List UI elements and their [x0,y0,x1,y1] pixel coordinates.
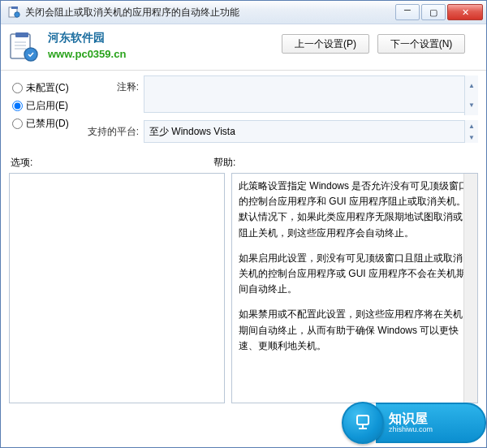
options-section-label: 选项: [11,156,213,170]
watermark-site-name: 河东软件园 [48,31,126,45]
header-bar: 河东软件园 www.pc0359.cn 上一个设置(P) 下一个设置(N) [1,24,486,71]
radio-unconfigured-label: 未配置(C) [26,81,69,95]
content-area: 未配置(C) 已启用(E) 已禁用(D) 注释: ▲▼ [1,71,486,448]
radio-disabled-label: 已禁用(D) [26,117,69,131]
help-scrollbar[interactable] [463,174,477,403]
window-title: 关闭会阻止或取消关机的应用程序的自动终止功能 [25,6,395,19]
close-button[interactable]: ✕ [447,4,483,20]
options-panel[interactable] [9,173,225,403]
platform-label: 支持的平台: [82,120,144,139]
radio-enabled-input[interactable] [12,101,23,111]
help-paragraph: 如果禁用或不配置此设置，则这些应用程序将在关机期间自动终止，从而有助于确保 Wi… [239,307,471,354]
comment-scrollbar[interactable]: ▲▼ [464,75,478,115]
radio-unconfigured-input[interactable] [12,83,23,93]
help-paragraph: 如果启用此设置，则没有可见顶级窗口且阻止或取消关机的控制台应用程序或 GUI 应… [239,251,471,298]
next-setting-button[interactable]: 下一个设置(N) [377,34,465,54]
help-section-label: 帮助: [213,156,235,170]
help-panel[interactable]: 此策略设置指定 Windows 是否允许没有可见顶级窗口的控制台应用程序和 GU… [231,173,478,403]
supported-platform-value: 至少 Windows Vista [144,120,478,143]
badge-label: 知识屋 zhishiwu.com [376,403,486,443]
badge-name: 知识屋 [389,412,470,425]
svg-rect-9 [357,416,368,424]
svg-point-2 [15,12,19,17]
gpedit-policy-window: 关闭会阻止或取消关机的应用程序的自动终止功能 ─ ▢ ✕ 河东软件园 www.p… [0,0,487,448]
comment-label: 注释: [82,75,144,94]
policy-icon [7,6,20,19]
site-badge: 知识屋 zhishiwu.com [342,395,486,448]
minimize-button[interactable]: ─ [395,4,420,20]
comment-textarea[interactable] [144,75,478,113]
badge-logo-icon [342,402,384,444]
policy-large-icon [7,31,40,63]
svg-point-8 [24,48,37,61]
badge-domain: zhishiwu.com [389,425,470,434]
prev-setting-button[interactable]: 上一个设置(P) [282,34,369,54]
radio-enabled[interactable]: 已启用(E) [12,97,75,114]
maximize-button[interactable]: ▢ [421,4,446,20]
radio-enabled-label: 已启用(E) [26,99,68,113]
radio-unconfigured[interactable]: 未配置(C) [12,79,75,97]
radio-disabled-input[interactable] [12,118,23,129]
help-paragraph: 此策略设置指定 Windows 是否允许没有可见顶级窗口的控制台应用程序和 GU… [239,179,471,241]
svg-rect-4 [15,32,28,37]
svg-rect-1 [11,6,18,9]
titlebar[interactable]: 关闭会阻止或取消关机的应用程序的自动终止功能 ─ ▢ ✕ [1,1,486,24]
watermark-url: www.pc0359.cn [48,48,126,60]
platform-scrollbar[interactable]: ▲▼ [464,120,478,143]
radio-disabled[interactable]: 已禁用(D) [12,114,75,132]
